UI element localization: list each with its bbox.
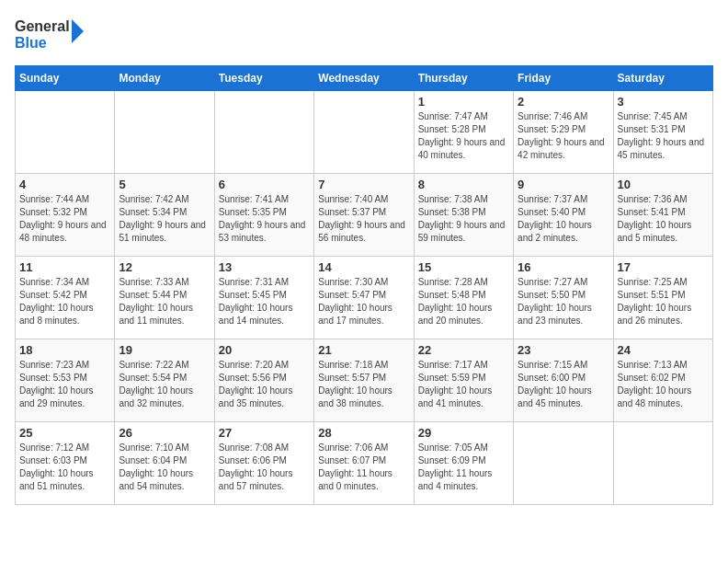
calendar-week-1: 1Sunrise: 7:47 AM Sunset: 5:28 PM Daylig… bbox=[16, 91, 713, 174]
calendar-cell: 25Sunrise: 7:12 AM Sunset: 6:03 PM Dayli… bbox=[16, 422, 115, 505]
day-info: Sunrise: 7:18 AM Sunset: 5:57 PM Dayligh… bbox=[318, 359, 409, 410]
calendar-cell bbox=[16, 91, 115, 174]
day-number: 14 bbox=[318, 260, 409, 274]
day-number: 11 bbox=[19, 260, 110, 274]
calendar-week-5: 25Sunrise: 7:12 AM Sunset: 6:03 PM Dayli… bbox=[16, 422, 713, 505]
header-cell-thursday: Thursday bbox=[414, 66, 513, 91]
day-number: 6 bbox=[219, 178, 310, 191]
header-row: SundayMondayTuesdayWednesdayThursdayFrid… bbox=[16, 66, 713, 91]
header-cell-friday: Friday bbox=[514, 66, 613, 91]
day-info: Sunrise: 7:47 AM Sunset: 5:28 PM Dayligh… bbox=[418, 110, 509, 162]
day-number: 13 bbox=[219, 260, 310, 274]
day-info: Sunrise: 7:46 AM Sunset: 5:29 PM Dayligh… bbox=[518, 110, 609, 162]
calendar-header: SundayMondayTuesdayWednesdayThursdayFrid… bbox=[16, 66, 713, 91]
header-cell-tuesday: Tuesday bbox=[214, 66, 313, 91]
calendar-cell: 3Sunrise: 7:45 AM Sunset: 5:31 PM Daylig… bbox=[613, 91, 712, 174]
day-number: 10 bbox=[618, 178, 709, 191]
calendar-cell: 8Sunrise: 7:38 AM Sunset: 5:38 PM Daylig… bbox=[414, 174, 513, 257]
calendar-cell: 5Sunrise: 7:42 AM Sunset: 5:34 PM Daylig… bbox=[115, 174, 214, 257]
day-info: Sunrise: 7:17 AM Sunset: 5:59 PM Dayligh… bbox=[418, 359, 509, 410]
day-info: Sunrise: 7:06 AM Sunset: 6:07 PM Dayligh… bbox=[318, 442, 409, 493]
day-info: Sunrise: 7:31 AM Sunset: 5:45 PM Dayligh… bbox=[219, 276, 310, 327]
day-number: 5 bbox=[119, 178, 210, 191]
day-number: 25 bbox=[19, 426, 110, 440]
day-number: 15 bbox=[418, 260, 509, 274]
calendar-cell: 2Sunrise: 7:46 AM Sunset: 5:29 PM Daylig… bbox=[514, 91, 613, 174]
day-info: Sunrise: 7:33 AM Sunset: 5:44 PM Dayligh… bbox=[119, 276, 210, 327]
calendar-cell: 1Sunrise: 7:47 AM Sunset: 5:28 PM Daylig… bbox=[414, 91, 513, 174]
day-info: Sunrise: 7:42 AM Sunset: 5:34 PM Dayligh… bbox=[119, 193, 210, 245]
logo: GeneralBlue bbox=[15, 15, 88, 56]
day-number: 28 bbox=[318, 426, 409, 440]
day-number: 26 bbox=[119, 426, 210, 440]
day-number: 9 bbox=[518, 178, 609, 191]
svg-text:General: General bbox=[15, 18, 70, 34]
day-number: 4 bbox=[19, 178, 110, 191]
calendar-cell bbox=[115, 91, 214, 174]
calendar-cell: 27Sunrise: 7:08 AM Sunset: 6:06 PM Dayli… bbox=[214, 422, 313, 505]
day-number: 21 bbox=[318, 343, 409, 357]
day-info: Sunrise: 7:30 AM Sunset: 5:47 PM Dayligh… bbox=[318, 276, 409, 327]
calendar-cell: 19Sunrise: 7:22 AM Sunset: 5:54 PM Dayli… bbox=[115, 339, 214, 422]
day-number: 1 bbox=[418, 95, 509, 109]
calendar-cell: 23Sunrise: 7:15 AM Sunset: 6:00 PM Dayli… bbox=[514, 339, 613, 422]
day-info: Sunrise: 7:37 AM Sunset: 5:40 PM Dayligh… bbox=[518, 193, 609, 245]
day-info: Sunrise: 7:22 AM Sunset: 5:54 PM Dayligh… bbox=[119, 359, 210, 410]
calendar-cell: 22Sunrise: 7:17 AM Sunset: 5:59 PM Dayli… bbox=[414, 339, 513, 422]
day-number: 7 bbox=[318, 178, 409, 191]
calendar-cell: 10Sunrise: 7:36 AM Sunset: 5:41 PM Dayli… bbox=[613, 174, 712, 257]
calendar-cell: 16Sunrise: 7:27 AM Sunset: 5:50 PM Dayli… bbox=[514, 257, 613, 339]
day-info: Sunrise: 7:38 AM Sunset: 5:38 PM Dayligh… bbox=[418, 193, 509, 245]
day-number: 12 bbox=[119, 260, 210, 274]
day-info: Sunrise: 7:25 AM Sunset: 5:51 PM Dayligh… bbox=[618, 276, 709, 327]
calendar-cell bbox=[214, 91, 313, 174]
calendar-cell: 11Sunrise: 7:34 AM Sunset: 5:42 PM Dayli… bbox=[16, 257, 115, 339]
calendar-cell bbox=[613, 422, 712, 505]
calendar-cell: 28Sunrise: 7:06 AM Sunset: 6:07 PM Dayli… bbox=[314, 422, 414, 505]
day-number: 2 bbox=[518, 95, 609, 109]
day-info: Sunrise: 7:40 AM Sunset: 5:37 PM Dayligh… bbox=[318, 193, 409, 245]
calendar-cell: 12Sunrise: 7:33 AM Sunset: 5:44 PM Dayli… bbox=[115, 257, 214, 339]
header-cell-sunday: Sunday bbox=[16, 66, 115, 91]
day-info: Sunrise: 7:20 AM Sunset: 5:56 PM Dayligh… bbox=[219, 359, 310, 410]
day-info: Sunrise: 7:05 AM Sunset: 6:09 PM Dayligh… bbox=[418, 442, 509, 493]
day-number: 23 bbox=[518, 343, 609, 357]
page-header: GeneralBlue bbox=[15, 15, 713, 56]
day-info: Sunrise: 7:41 AM Sunset: 5:35 PM Dayligh… bbox=[219, 193, 310, 245]
calendar-cell: 6Sunrise: 7:41 AM Sunset: 5:35 PM Daylig… bbox=[214, 174, 313, 257]
day-number: 22 bbox=[418, 343, 509, 357]
calendar-cell: 21Sunrise: 7:18 AM Sunset: 5:57 PM Dayli… bbox=[314, 339, 414, 422]
calendar-cell: 4Sunrise: 7:44 AM Sunset: 5:32 PM Daylig… bbox=[16, 174, 115, 257]
day-number: 19 bbox=[119, 343, 210, 357]
calendar-cell: 26Sunrise: 7:10 AM Sunset: 6:04 PM Dayli… bbox=[115, 422, 214, 505]
calendar-cell: 7Sunrise: 7:40 AM Sunset: 5:37 PM Daylig… bbox=[314, 174, 414, 257]
day-info: Sunrise: 7:10 AM Sunset: 6:04 PM Dayligh… bbox=[119, 442, 210, 493]
svg-text:Blue: Blue bbox=[15, 35, 47, 51]
day-number: 18 bbox=[19, 343, 110, 357]
header-cell-wednesday: Wednesday bbox=[314, 66, 414, 91]
header-cell-saturday: Saturday bbox=[613, 66, 712, 91]
day-info: Sunrise: 7:44 AM Sunset: 5:32 PM Dayligh… bbox=[19, 193, 110, 245]
day-info: Sunrise: 7:28 AM Sunset: 5:48 PM Dayligh… bbox=[418, 276, 509, 327]
logo-svg: GeneralBlue bbox=[15, 15, 88, 56]
day-info: Sunrise: 7:27 AM Sunset: 5:50 PM Dayligh… bbox=[518, 276, 609, 327]
calendar-cell: 24Sunrise: 7:13 AM Sunset: 6:02 PM Dayli… bbox=[613, 339, 712, 422]
day-number: 27 bbox=[219, 426, 310, 440]
day-info: Sunrise: 7:36 AM Sunset: 5:41 PM Dayligh… bbox=[618, 193, 709, 245]
day-info: Sunrise: 7:34 AM Sunset: 5:42 PM Dayligh… bbox=[19, 276, 110, 327]
day-number: 29 bbox=[418, 426, 509, 440]
svg-marker-2 bbox=[72, 19, 84, 43]
calendar-cell: 17Sunrise: 7:25 AM Sunset: 5:51 PM Dayli… bbox=[613, 257, 712, 339]
calendar-cell: 18Sunrise: 7:23 AM Sunset: 5:53 PM Dayli… bbox=[16, 339, 115, 422]
calendar-week-2: 4Sunrise: 7:44 AM Sunset: 5:32 PM Daylig… bbox=[16, 174, 713, 257]
calendar-week-3: 11Sunrise: 7:34 AM Sunset: 5:42 PM Dayli… bbox=[16, 257, 713, 339]
day-number: 24 bbox=[618, 343, 709, 357]
calendar-cell bbox=[314, 91, 414, 174]
calendar-body: 1Sunrise: 7:47 AM Sunset: 5:28 PM Daylig… bbox=[16, 91, 713, 505]
day-info: Sunrise: 7:23 AM Sunset: 5:53 PM Dayligh… bbox=[19, 359, 110, 410]
day-number: 3 bbox=[618, 95, 709, 109]
calendar-cell: 29Sunrise: 7:05 AM Sunset: 6:09 PM Dayli… bbox=[414, 422, 513, 505]
calendar-cell: 13Sunrise: 7:31 AM Sunset: 5:45 PM Dayli… bbox=[214, 257, 313, 339]
calendar-week-4: 18Sunrise: 7:23 AM Sunset: 5:53 PM Dayli… bbox=[16, 339, 713, 422]
calendar-table: SundayMondayTuesdayWednesdayThursdayFrid… bbox=[15, 65, 713, 505]
